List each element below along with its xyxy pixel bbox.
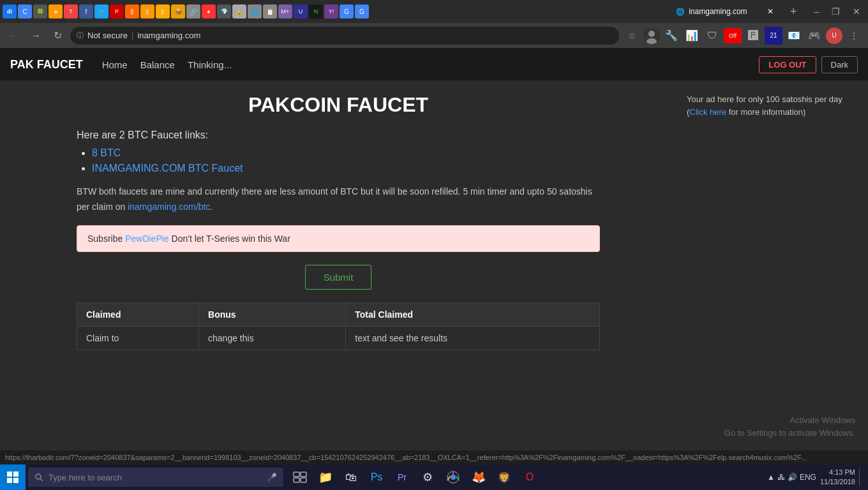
taskbar-store[interactable]: 🛍 <box>340 466 363 489</box>
extension-icon-9[interactable]: U <box>826 27 842 44</box>
extension-icon-5[interactable]: 🅿 <box>744 27 762 45</box>
tray-volume[interactable]: 🔊 <box>788 473 797 482</box>
taskbar-photoshop[interactable]: Ps <box>365 466 388 489</box>
close-window-button[interactable]: ✕ <box>848 5 865 18</box>
favicon-21[interactable]: N <box>309 4 323 19</box>
svg-rect-10 <box>294 478 299 482</box>
favicon-19[interactable]: M+ <box>278 4 292 19</box>
clock-date: 11/13/2018 <box>820 477 855 487</box>
microphone-icon[interactable]: 🎤 <box>267 473 277 482</box>
favicon-24[interactable]: G <box>355 4 369 19</box>
favicon-14[interactable]: ♠ <box>202 4 216 19</box>
extension-icon-6[interactable]: 21 <box>765 27 782 45</box>
faucet-links-list: 8 BTC INAMGAMING.COM BTC Faucet <box>77 147 600 174</box>
minimize-button[interactable]: – <box>809 5 824 18</box>
favicon-2[interactable]: C <box>18 4 32 19</box>
extension-icon-7[interactable]: 📧 <box>785 27 803 45</box>
favicon-7[interactable]: 🐦 <box>94 4 108 19</box>
taskbar-firefox[interactable]: 🦊 <box>467 466 490 489</box>
taskbar-brave[interactable]: 🦁 <box>493 466 516 489</box>
clock-time: 4:13 PM <box>820 468 855 477</box>
security-label: Not secure <box>87 31 128 40</box>
faucet-link-1-anchor[interactable]: 8 BTC <box>92 147 121 158</box>
taskbar-premiere[interactable]: Pr <box>391 466 414 489</box>
table-header-row: Claimed Bonus Total Claimed <box>77 302 600 326</box>
faucet-link-2-anchor[interactable]: INAMGAMING.COM BTC Faucet <box>92 163 243 174</box>
favicon-12[interactable]: 📦 <box>171 4 185 19</box>
back-button[interactable]: ← <box>5 27 23 45</box>
favicon-22[interactable]: Y! <box>324 4 338 19</box>
right-sidebar: Your ad here for only 100 satoshis per d… <box>677 87 868 415</box>
logout-button[interactable]: LOG OUT <box>759 56 816 73</box>
forward-button[interactable]: → <box>27 27 45 45</box>
btc-info-text: BTW both faucets are mine and currently … <box>77 184 600 215</box>
favicon-13[interactable]: 🔗 <box>186 4 200 19</box>
taskbar-clock[interactable]: 4:13 PM 11/13/2018 <box>820 468 855 487</box>
taskbar-file-explorer[interactable]: 📁 <box>314 466 337 489</box>
favicon-6[interactable]: f <box>79 4 93 19</box>
taskbar: Type here to search 🎤 📁 🛍 Ps Pr ⚙ <box>0 464 868 490</box>
maximize-button[interactable]: ❐ <box>827 5 845 18</box>
favicon-4[interactable]: ★ <box>49 4 63 19</box>
active-tab[interactable]: 🌐 inamgaming.com ✕ <box>668 1 783 22</box>
ad-link[interactable]: Click here <box>689 107 726 117</box>
browser-tabs-bar: di C 🍀 ★ T f 🐦 P ₿ ₿ ₿ 📦 🔗 ♠ 💎 🔒 🌐 📋 M+ … <box>0 0 868 23</box>
favicon-8[interactable]: P <box>110 4 124 19</box>
extension-icon-4[interactable]: Off <box>724 28 742 43</box>
svg-rect-11 <box>301 478 306 482</box>
show-desktop-button[interactable] <box>859 468 863 487</box>
taskbar-chrome[interactable] <box>442 466 465 489</box>
inamgaming-link[interactable]: inamgaming.com/btc <box>128 202 210 212</box>
pewdiepie-link[interactable]: PewDiePie <box>125 234 168 244</box>
toolbar-actions: ☆ 🔧 📊 🛡 Off 🅿 21 📧 🎮 U ⋮ <box>623 27 863 45</box>
status-bar: https://tharbadir.com/7?zoneid=2040837&o… <box>0 450 868 464</box>
taskbar-search-box[interactable]: Type here to search 🎤 <box>28 468 283 487</box>
favicon-9[interactable]: ₿ <box>125 4 139 19</box>
favicon-17[interactable]: 🌐 <box>248 4 262 19</box>
more-menu-button[interactable]: ⋮ <box>845 27 863 45</box>
submit-area: Submit <box>77 265 600 290</box>
taskbar-opera[interactable]: O <box>518 466 541 489</box>
svg-point-1 <box>647 38 657 44</box>
col-bonus: Bonus <box>199 302 346 326</box>
nav-balance-link[interactable]: Balance <box>140 59 175 70</box>
ad-suffix: for more information) <box>726 107 805 117</box>
claims-table: Claimed Bonus Total Claimed Claim to cha… <box>77 302 600 350</box>
tab-favicon: 🌐 <box>676 8 685 16</box>
table-body: Claim to change this text and see the re… <box>77 326 600 350</box>
bookmark-star-icon[interactable]: ☆ <box>623 27 641 45</box>
favicon-20[interactable]: U <box>294 4 308 19</box>
extension-icon-8[interactable]: 🎮 <box>805 27 823 45</box>
favicon-15[interactable]: 💎 <box>217 4 231 19</box>
nav-thinking-link[interactable]: Thinking... <box>188 59 232 70</box>
center-content: PAKCOIN FAUCET Here are 2 BTC Faucet lin… <box>51 87 625 415</box>
favicon-1[interactable]: di <box>3 4 17 19</box>
tray-up-arrow[interactable]: ▲ <box>767 473 775 482</box>
main-area: PAKCOIN FAUCET Here are 2 BTC Faucet lin… <box>0 80 868 421</box>
favicon-10[interactable]: ₿ <box>140 4 154 19</box>
refresh-button[interactable]: ↻ <box>49 27 66 45</box>
favicon-5[interactable]: T <box>64 4 78 19</box>
dark-mode-button[interactable]: Dark <box>821 56 858 73</box>
address-bar[interactable]: ⓘ Not secure | inamgaming.com <box>70 27 619 45</box>
promo-suffix: Don't let T-Series win this War <box>169 234 290 244</box>
extension-icon-3[interactable]: 🛡 <box>703 27 721 45</box>
activation-subtitle: Go to Settings to activate Windows. <box>724 427 855 440</box>
new-tab-button[interactable]: + <box>784 3 802 20</box>
submit-button[interactable]: Submit <box>305 265 372 290</box>
favicon-11[interactable]: ₿ <box>156 4 170 19</box>
taskbar-settings[interactable]: ⚙ <box>416 466 439 489</box>
extension-icon-2[interactable]: 📊 <box>683 27 701 45</box>
start-button[interactable] <box>0 464 26 490</box>
extension-icon-1[interactable]: 🔧 <box>662 27 680 45</box>
url-text: inamgaming.com <box>137 31 200 40</box>
svg-rect-9 <box>301 472 306 477</box>
favicon-3[interactable]: 🍀 <box>33 4 47 19</box>
tab-close-button[interactable]: ✕ <box>765 6 775 17</box>
favicon-16[interactable]: 🔒 <box>232 4 246 19</box>
taskbar-task-view[interactable] <box>288 466 311 489</box>
favicon-18[interactable]: 📋 <box>263 4 277 19</box>
favicon-23[interactable]: G <box>340 4 354 19</box>
nav-home-link[interactable]: Home <box>102 59 128 70</box>
profile-icon[interactable] <box>643 27 660 44</box>
